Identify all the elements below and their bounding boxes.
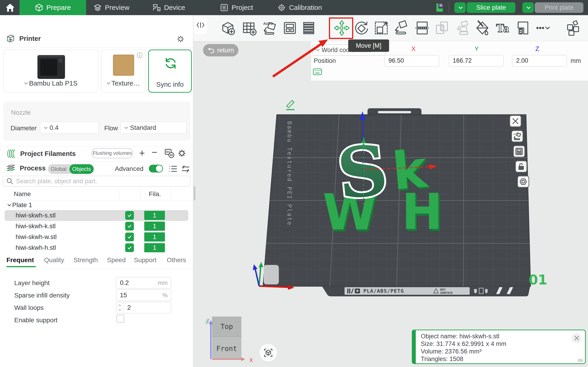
- wall-loops-stepper[interactable]: [116, 302, 124, 313]
- cut-tool-button[interactable]: [413, 17, 432, 39]
- sparse-infill-input[interactable]: [116, 292, 151, 299]
- sparse-infill-field[interactable]: %: [116, 290, 171, 301]
- arrange-plate-button[interactable]: [513, 145, 525, 157]
- printer-settings-gear-icon[interactable]: [176, 35, 185, 43]
- lock-plate-button[interactable]: [515, 161, 527, 173]
- collapse-sidebar-button[interactable]: [194, 16, 207, 34]
- layer-height-input[interactable]: [116, 279, 151, 286]
- variable-layer-height-button[interactable]: [513, 17, 532, 39]
- object-visible-checkbox[interactable]: [125, 222, 134, 231]
- process-scope-segmented[interactable]: Global Objects: [48, 164, 94, 174]
- tab-preview[interactable]: Preview: [88, 0, 134, 15]
- add-object-button[interactable]: [218, 17, 237, 39]
- split-objects-button[interactable]: [299, 17, 318, 39]
- object-filament-badge[interactable]: 1: [144, 232, 165, 242]
- diameter-dropdown[interactable]: 0.4: [40, 122, 99, 134]
- object-row[interactable]: hiwi-skwh-k.stl: [16, 223, 56, 230]
- tab-project[interactable]: Project: [214, 0, 259, 15]
- reset-view-button[interactable]: [259, 344, 277, 362]
- position-x-input[interactable]: [385, 55, 431, 66]
- plate-settings-button[interactable]: [517, 176, 529, 188]
- auto-orient-plate-button[interactable]: AUTO: [511, 130, 523, 142]
- param-list-icon[interactable]: [169, 165, 178, 173]
- object-filament-badge[interactable]: 1: [144, 222, 165, 231]
- layer-height-field[interactable]: mm: [116, 277, 171, 289]
- plate-type-card[interactable]: Texture…: [101, 50, 145, 93]
- plate-preview-icon[interactable]: [435, 2, 444, 13]
- arrange-button[interactable]: [280, 17, 300, 39]
- color-painting-button[interactable]: [473, 17, 492, 39]
- object-row[interactable]: hiwi-skwh-h.stl: [16, 244, 56, 251]
- remove-filament-button[interactable]: −: [152, 147, 157, 158]
- print-plate-button[interactable]: Print plate: [535, 2, 583, 13]
- object-visible-checkbox[interactable]: [125, 243, 134, 252]
- keyboard-icon[interactable]: [313, 68, 322, 76]
- slice-plate-button[interactable]: Slice plate: [467, 2, 515, 13]
- position-z-field[interactable]: [512, 55, 567, 67]
- chevron-down-icon: [527, 5, 531, 9]
- orientation-cube[interactable]: Top Front z z x: [201, 314, 258, 367]
- scale-tool-button[interactable]: [372, 17, 391, 39]
- object-row[interactable]: hiwi-skwh-s.stl: [16, 212, 56, 219]
- seam-painting-button[interactable]: [453, 17, 472, 39]
- print-dropdown-button[interactable]: [522, 2, 534, 13]
- sync-info-card[interactable]: Sync info: [148, 50, 192, 93]
- object-visible-checkbox[interactable]: [125, 233, 134, 241]
- search-input[interactable]: [16, 178, 177, 185]
- name-column-header[interactable]: Name: [14, 190, 31, 198]
- rotate-tool-button[interactable]: [352, 17, 371, 39]
- tab-quality[interactable]: Quality: [44, 257, 64, 264]
- tab-calibration[interactable]: Calibration: [271, 0, 329, 15]
- object-visible-checkbox[interactable]: [125, 211, 134, 220]
- wall-loops-field[interactable]: [116, 302, 171, 313]
- position-y-input[interactable]: [449, 55, 495, 66]
- edit-pencil-icon[interactable]: [286, 100, 294, 110]
- filament-sync-icon[interactable]: [164, 149, 174, 158]
- home-button[interactable]: [3, 2, 17, 13]
- add-filament-button[interactable]: +: [139, 148, 145, 159]
- assembly-view-button[interactable]: [563, 17, 583, 39]
- wall-loops-input[interactable]: [124, 304, 151, 311]
- flow-dropdown[interactable]: Standard: [120, 122, 187, 134]
- object-row[interactable]: hiwi-skwh-w.stl: [16, 234, 57, 241]
- slice-dropdown-button[interactable]: [454, 2, 466, 13]
- tab-speed[interactable]: Speed: [107, 257, 126, 264]
- tab-strength[interactable]: Strength: [73, 257, 98, 264]
- add-plate-button[interactable]: [239, 17, 259, 39]
- plate-tree-row[interactable]: Plate 1: [7, 201, 32, 209]
- auto-orient-button[interactable]: AUTO: [260, 17, 279, 39]
- tab-support[interactable]: Support: [134, 257, 156, 264]
- info-icon[interactable]: [137, 52, 143, 58]
- more-tools-button[interactable]: [532, 17, 552, 39]
- text-tool-button[interactable]: Ta: [493, 17, 512, 39]
- filament-settings-gear-icon[interactable]: [177, 149, 187, 158]
- tab-prepare[interactable]: Prepare: [19, 0, 86, 15]
- tab-device[interactable]: Device: [147, 0, 191, 15]
- flushing-volumes-button[interactable]: Flushing volumes: [91, 148, 133, 158]
- position-y-field[interactable]: [449, 55, 503, 67]
- printer-model-card[interactable]: Bambu Lab P1S: [3, 50, 98, 93]
- sidebar-scrollbar-thumb[interactable]: [194, 186, 195, 200]
- letter-h[interactable]: H: [401, 183, 443, 241]
- position-x-field[interactable]: [384, 55, 439, 67]
- delete-plate-button[interactable]: [510, 115, 521, 127]
- fila-column-header[interactable]: Fila.: [149, 190, 161, 198]
- return-button[interactable]: return: [203, 44, 238, 56]
- object-filament-badge[interactable]: 1: [144, 211, 165, 220]
- tab-others[interactable]: Others: [167, 257, 186, 264]
- tab-frequent[interactable]: Frequent: [6, 257, 34, 264]
- mesh-boolean-button[interactable]: [433, 17, 452, 39]
- tune-icon[interactable]: [181, 164, 190, 173]
- plate-number[interactable]: 01: [529, 272, 547, 288]
- advanced-toggle[interactable]: [149, 165, 163, 173]
- stepper-down-icon[interactable]: [118, 308, 121, 311]
- segment-global[interactable]: Global: [48, 166, 69, 172]
- enable-support-checkbox[interactable]: [116, 315, 124, 323]
- object-filament-badge[interactable]: 1: [144, 243, 165, 252]
- position-z-input[interactable]: [512, 55, 558, 66]
- lay-on-face-button[interactable]: [392, 17, 411, 39]
- segment-objects[interactable]: Objects: [69, 164, 94, 174]
- stepper-up-icon[interactable]: [118, 304, 121, 307]
- info-close-button[interactable]: [572, 333, 582, 343]
- info-minimize-button[interactable]: [578, 359, 583, 362]
